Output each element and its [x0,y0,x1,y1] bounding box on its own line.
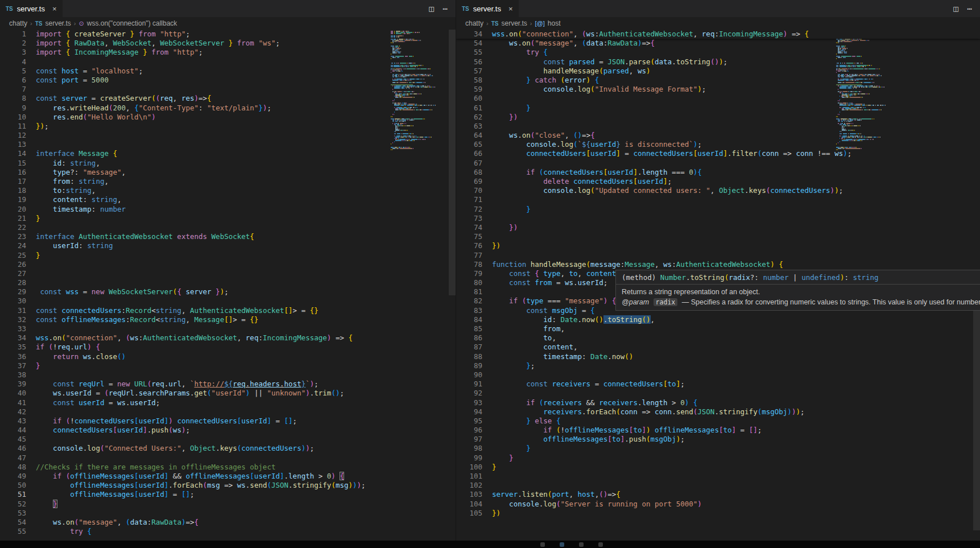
code-token: ) [514,113,518,121]
code-text: import { IncomingMessage } from "http"; [36,48,203,57]
code-token: ) [331,472,336,480]
sticky-scroll-line[interactable]: 34wss.on("connection", (ws:Authenticated… [456,30,980,39]
tab-server-ts-right[interactable]: TS server.ts × [456,0,519,17]
editor-pane-left[interactable]: 1import { createServer } from "http";2im… [0,30,456,541]
split-editor-icon[interactable]: ◫ [953,4,958,13]
code-token: msg [336,481,349,489]
code-token: on [53,333,61,342]
code-text: const msgObj = { [492,306,595,315]
line-number: 17 [0,177,36,186]
split-editor-icon[interactable]: ◫ [429,4,433,13]
breadcrumb-project[interactable]: chatty [9,19,27,27]
code-token: { [134,104,139,112]
code-token: RawData [607,39,638,47]
breadcrumb-symbol[interactable]: host [548,19,561,27]
code-line: 22 [0,223,456,232]
line-number: 73 [456,214,492,223]
code-token: host [61,67,78,75]
code-token: , [629,67,638,75]
code-token: . [168,481,173,489]
code-token: ; [293,417,297,425]
code-token: ( [126,518,130,526]
minimap-right[interactable] [836,31,888,150]
code-token: import [36,30,66,38]
line-number: 60 [456,94,492,103]
code-token: userId [117,426,143,434]
code-token: && [168,472,185,480]
code-token: ( [117,352,122,361]
code-token: console [53,444,83,452]
code-line: 101 [456,472,980,481]
close-icon[interactable]: × [508,5,513,13]
breadcrumb-file[interactable]: server.ts [45,19,71,27]
line-number: 36 [0,352,36,361]
more-actions-icon[interactable]: ⋯ [443,4,448,13]
code-token: : [83,195,92,204]
code-token: if [526,398,539,407]
code-line: 87 content, [456,343,980,352]
code-token: , [92,186,96,195]
minimap-line [391,109,426,110]
code-token: { [340,472,344,480]
code-token: from [134,30,160,38]
code-text: offlineMessages[to].push(msgObj); [492,435,685,444]
code-token: ; [847,149,852,158]
code-token: => [582,131,590,139]
code-token: "message" [83,168,122,176]
code-token: [] [284,306,293,315]
line-number: 89 [456,361,492,370]
code-token [651,426,655,434]
line-number: 69 [456,177,492,186]
code-token [492,48,526,56]
scrollbar-left[interactable] [449,30,456,295]
code-text: }); [36,122,49,131]
hover-param-row: @param radix — Specifies a radix for con… [616,296,980,310]
code-token: . [61,389,66,397]
code-token: ; [139,67,143,75]
scrollbar-right[interactable] [973,275,980,530]
close-icon[interactable]: × [52,5,57,13]
taskbar-icon[interactable] [560,542,564,547]
taskbar-icon[interactable] [579,542,584,547]
code-token: res [53,104,66,112]
code-text: } [492,104,531,113]
taskbar-icon[interactable] [598,542,603,547]
code-text: ws.on("message", (data:RawData)=>{ [492,39,655,48]
code-token: "unknown" [267,389,305,397]
code-token: [] [749,426,758,434]
typescript-file-icon: TS [491,20,499,27]
code-token: [] [181,490,190,498]
code-text: console.log(`${userId} is disconnected`)… [492,140,702,149]
code-line: 28 [0,278,456,287]
code-token: ?: [750,273,763,282]
code-token: { [556,417,561,425]
code-token: req [151,380,164,388]
code-token: handleMessage [531,260,586,269]
code-token: connectedUsers [75,417,134,425]
code-token: connectedUsers [633,149,693,158]
breadcrumb-project[interactable]: chatty [465,19,483,27]
code-token: 0 [680,398,685,407]
breadcrumb-symbol[interactable]: wss.on("connection") callback [87,19,177,27]
code-text: wss.on("connection", (ws:AuthenticatedWe… [36,333,353,343]
code-token: from [543,324,560,333]
code-token: WebSocketServer [109,287,173,296]
minimap-left[interactable] [391,31,426,150]
code-token: ( [61,333,66,342]
code-token: ; [758,426,762,434]
code-token [36,195,53,204]
code-token: { [113,149,117,158]
tab-server-ts-left[interactable]: TS server.ts × [0,0,63,17]
breadcrumb-file[interactable]: server.ts [501,19,527,27]
taskbar-icon[interactable] [540,542,545,547]
code-token: . [288,481,293,489]
code-token: req [160,94,173,102]
code-token: "http" [173,48,199,56]
code-token: msg [207,481,220,489]
code-token: content [586,269,617,278]
code-token: ws [83,352,92,361]
code-token: ( [646,435,651,443]
code-token: offlineMessages [61,315,126,324]
more-actions-icon[interactable]: ⋯ [967,4,972,13]
code-text: const host = "localhost"; [36,67,143,76]
